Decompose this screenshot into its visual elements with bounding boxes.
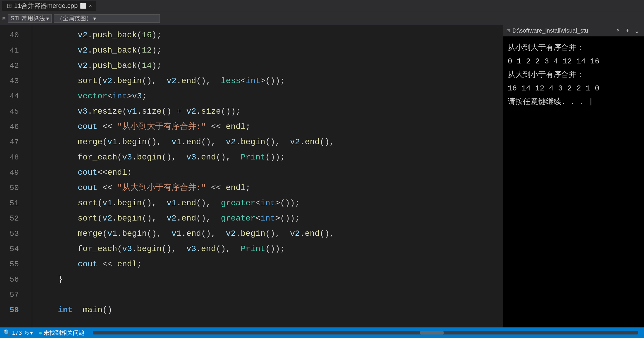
tab-icon: ⊞ bbox=[6, 2, 12, 10]
dropdown1-arrow: ▾ bbox=[46, 15, 49, 22]
zoom-icon: 🔍 bbox=[4, 329, 11, 336]
status-text: 未找到相关问题 bbox=[43, 329, 85, 337]
title-bar: ⊞ 11合并容器merge.cpp ⬜ × bbox=[0, 0, 644, 12]
terminal-content: 从小到大于有序合并： 0 1 2 2 3 4 12 14 16 从大到小于有序合… bbox=[503, 36, 644, 327]
terminal-line-5: 请按任意键继续. . . | bbox=[508, 95, 639, 109]
terminal-line-1: 从小到大于有序合并： bbox=[508, 41, 639, 55]
toolbar: ⊞ STL常用算法 ▾ （全局范围） ▾ bbox=[0, 12, 644, 25]
status-check-icon: ● bbox=[39, 329, 42, 336]
code-line-57 bbox=[38, 287, 503, 302]
status-message: ● 未找到相关问题 bbox=[39, 329, 85, 337]
terminal-panel: ⊡ D:\software_install\visual_stu × + ⌄ 从… bbox=[503, 25, 644, 327]
zoom-value: 173 % bbox=[12, 329, 29, 336]
code-area[interactable]: 40 41 42 43 44 45 46 47 48 49 50 51 52 5… bbox=[0, 25, 503, 327]
terminal-add-button[interactable]: + bbox=[624, 27, 631, 35]
scroll-bar-area[interactable] bbox=[90, 331, 640, 334]
code-line-42: v2.push_back(14); bbox=[38, 58, 503, 73]
symbol-scope-dropdown[interactable]: STL常用算法 ▾ bbox=[8, 14, 52, 23]
code-line-44: vector<int>v3; bbox=[38, 89, 503, 104]
main-area: 40 41 42 43 44 45 46 47 48 49 50 51 52 5… bbox=[0, 25, 644, 327]
status-bar: 🔍 173 % ▾ ● 未找到相关问题 bbox=[0, 327, 644, 338]
code-line-43: sort(v2.begin(), v2.end(), less<int>()); bbox=[38, 73, 503, 89]
code-gutter bbox=[24, 25, 32, 327]
code-line-55: cout << endl; bbox=[38, 257, 503, 272]
code-line-40: v2.push_back(16); bbox=[38, 28, 503, 43]
code-line-52: sort(v2.begin(), v2.end(), greater<int>(… bbox=[38, 211, 503, 226]
code-line-50: cout << "从大到小于有序合并:" << endl; bbox=[38, 180, 503, 196]
symbol-name-dropdown[interactable]: （全局范围） ▾ bbox=[54, 14, 160, 23]
code-line-46: cout << "从小到大于有序合并:" << endl; bbox=[38, 119, 503, 134]
code-line-48: for_each(v3.begin(), v3.end(), Print()); bbox=[38, 150, 503, 165]
toolbar-icon: ⊞ bbox=[2, 15, 6, 22]
dropdown2-value: （全局范围） bbox=[57, 14, 92, 22]
line-numbers: 40 41 42 43 44 45 46 47 48 49 50 51 52 5… bbox=[0, 25, 24, 327]
code-line-41: v2.push_back(12); bbox=[38, 43, 503, 58]
zoom-control[interactable]: 🔍 173 % ▾ bbox=[4, 329, 33, 336]
terminal-line-2: 0 1 2 2 3 4 12 14 16 bbox=[508, 55, 639, 68]
dropdown1-value: STL常用算法 bbox=[11, 14, 45, 22]
tab-label: 11合并容器merge.cpp bbox=[14, 1, 78, 10]
terminal-title-bar: ⊡ D:\software_install\visual_stu × + ⌄ bbox=[503, 25, 644, 36]
terminal-line-3: 从大到小于有序合并： bbox=[508, 68, 639, 82]
terminal-line-4: 16 14 12 4 3 2 2 1 0 bbox=[508, 82, 639, 95]
editor-tab[interactable]: ⊞ 11合并容器merge.cpp ⬜ × bbox=[2, 1, 96, 11]
dropdown2-arrow: ▾ bbox=[93, 15, 96, 22]
terminal-close-button[interactable]: × bbox=[615, 27, 622, 35]
terminal-menu-button[interactable]: ⌄ bbox=[633, 26, 640, 35]
terminal-icon: ⊡ bbox=[507, 27, 510, 34]
tab-modified-dot: ⬜ bbox=[80, 3, 86, 9]
code-line-58: int main() bbox=[38, 302, 503, 318]
zoom-arrow: ▾ bbox=[30, 329, 33, 336]
code-line-49: cout<<endl; bbox=[38, 165, 503, 180]
code-content[interactable]: v2.push_back(16); v2.push_back(12); v2.p… bbox=[32, 25, 503, 327]
code-line-51: sort(v1.begin(), v1.end(), greater<int>(… bbox=[38, 196, 503, 211]
code-line-47: merge(v1.begin(), v1.end(), v2.begin(), … bbox=[38, 134, 503, 150]
tab-close-button[interactable]: × bbox=[89, 3, 92, 9]
terminal-title: D:\software_install\visual_stu bbox=[512, 27, 612, 34]
code-line-45: v3.resize(v1.size() + v2.size()); bbox=[38, 104, 503, 119]
code-line-56: } bbox=[38, 272, 503, 287]
code-line-54: for_each(v3.begin(), v3.end(), Print()); bbox=[38, 241, 503, 257]
editor-panel: 40 41 42 43 44 45 46 47 48 49 50 51 52 5… bbox=[0, 25, 503, 327]
code-line-53: merge(v1.begin(), v1.end(), v2.begin(), … bbox=[38, 226, 503, 241]
